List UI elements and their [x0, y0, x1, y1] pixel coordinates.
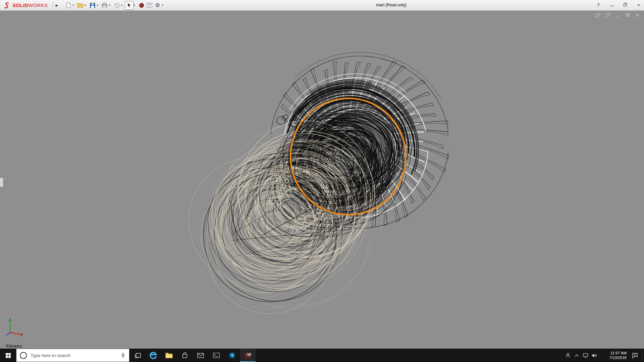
help-button[interactable]: ?	[596, 0, 601, 10]
select-dropdown-caret[interactable]: ▾	[134, 4, 135, 7]
store-icon	[182, 352, 188, 358]
select-cursor-icon	[127, 3, 131, 8]
model-viewport-canvas[interactable]	[0, 10, 644, 349]
doc-close-icon	[636, 13, 640, 17]
taskbar-3d-app[interactable]	[224, 349, 240, 362]
brand-solid: SOLID	[12, 2, 28, 8]
new-dropdown-caret[interactable]: ▾	[73, 4, 74, 7]
orientation-triad[interactable]	[5, 315, 29, 337]
cube-app-icon	[228, 351, 236, 359]
action-center-icon	[632, 353, 638, 358]
options-dropdown-caret[interactable]: ▾	[162, 4, 163, 7]
dassault-logo-icon	[3, 2, 11, 9]
taskbar-store[interactable]	[177, 349, 193, 362]
doc-restore-icon	[626, 13, 630, 17]
minimize-button[interactable]	[609, 0, 614, 10]
action-center-button[interactable]	[628, 349, 642, 362]
solidworks-icon-letters: SW	[244, 352, 251, 356]
doc-close-button[interactable]	[635, 12, 641, 18]
doc-new-window-button[interactable]	[594, 12, 600, 18]
taskbar-spacer	[256, 349, 564, 362]
volume-button[interactable]	[590, 349, 598, 362]
task-view-icon	[134, 353, 141, 358]
restore-button[interactable]	[623, 0, 628, 10]
clock-date: 7/13/2018	[598, 355, 627, 360]
design-table-button[interactable]	[146, 1, 154, 9]
undo-dropdown-caret[interactable]: ▾	[121, 4, 122, 7]
app-titlebar: SOLIDWORKS ▶ ▾ ▾ ▾	[0, 0, 644, 11]
screen: { "window": { "brand_solid": "SOLID", "b…	[0, 0, 644, 362]
doc-split-window-button[interactable]	[604, 12, 610, 18]
taskbar-search[interactable]	[16, 349, 129, 362]
app-logo: SOLIDWORKS	[0, 2, 51, 9]
open-folder-icon	[77, 3, 84, 8]
save-icon	[90, 3, 95, 8]
appearance-button[interactable]	[138, 1, 146, 9]
toolbar-divider	[53, 2, 53, 9]
cortana-icon	[20, 352, 27, 359]
gear-icon: ⚙	[155, 2, 160, 9]
doc-minimize-button[interactable]	[614, 12, 621, 18]
solidworks-app-icon: SW 2017	[244, 352, 251, 359]
taskbar-command-prompt[interactable]	[208, 349, 224, 362]
options-button[interactable]: ⚙	[154, 1, 162, 9]
windows-logo-icon	[5, 353, 11, 358]
clock-time: 11:57 AM	[598, 351, 627, 355]
open-button[interactable]	[76, 1, 85, 9]
triad-x-axis	[10, 333, 21, 335]
new-document-button[interactable]	[64, 1, 72, 9]
network-button[interactable]	[581, 349, 590, 362]
new-document-icon	[66, 2, 71, 8]
minimize-icon	[610, 3, 614, 7]
triad-z-axis	[6, 333, 10, 335]
doc-minimize-icon	[615, 13, 620, 17]
main-toolbar: ▾ ▾ ▾ ▾ ▾	[64, 1, 166, 10]
taskbar-edge[interactable]	[145, 349, 161, 362]
taskbar-clock[interactable]: 11:57 AM 7/13/2018	[598, 349, 628, 362]
print-button[interactable]	[101, 1, 109, 9]
triad-y-arrow	[9, 318, 11, 321]
view-orientation-label: *Dimetric	[5, 344, 22, 349]
speaker-icon	[591, 353, 597, 358]
restore-icon	[623, 3, 627, 7]
taskbar: SW 2017 11:57 AM 7/13/2018	[0, 349, 644, 362]
task-view-button[interactable]	[129, 349, 145, 362]
show-desktop-button[interactable]	[642, 349, 644, 362]
chevron-up-icon	[575, 354, 579, 357]
graphics-area: *Dimetric ‹	[0, 11, 644, 349]
save-button[interactable]	[89, 1, 97, 9]
brand-text: SOLIDWORKS	[12, 2, 48, 8]
window-title: main [Read-only]	[376, 0, 407, 10]
open-dropdown-caret[interactable]: ▾	[85, 4, 86, 7]
doc-restore-button[interactable]	[625, 12, 631, 18]
microphone-icon[interactable]	[120, 353, 126, 358]
command-prompt-icon	[213, 353, 220, 358]
search-input[interactable]	[30, 353, 117, 358]
split-window-icon	[605, 13, 610, 17]
print-icon	[102, 3, 107, 8]
start-button[interactable]	[0, 349, 16, 362]
solidworks-icon-year: 2017	[245, 356, 251, 359]
print-dropdown-caret[interactable]: ▾	[109, 4, 110, 7]
close-button[interactable]: ×	[636, 0, 641, 10]
toolbar-flyout-arrow[interactable]: ▶	[54, 4, 60, 7]
undo-icon	[114, 3, 119, 8]
save-dropdown-caret[interactable]: ▾	[97, 4, 98, 7]
taskbar-solidworks[interactable]: SW 2017	[240, 349, 256, 362]
tray-overflow-button[interactable]	[572, 349, 581, 362]
undo-button[interactable]	[113, 1, 121, 9]
people-button[interactable]	[564, 349, 572, 362]
taskbar-mail[interactable]	[193, 349, 208, 362]
document-window-controls	[594, 12, 641, 18]
design-table-icon	[147, 3, 152, 8]
people-icon	[565, 353, 571, 358]
new-window-icon	[595, 13, 600, 17]
edge-browser-icon	[149, 351, 157, 359]
select-tool-button[interactable]	[125, 1, 133, 10]
window-controls: ? ×	[596, 0, 641, 10]
file-explorer-icon	[165, 352, 173, 358]
feature-panel-collapse-tab[interactable]: ‹	[0, 178, 3, 187]
taskbar-file-explorer[interactable]	[161, 349, 177, 362]
mail-icon	[197, 353, 204, 358]
network-icon	[583, 353, 588, 358]
